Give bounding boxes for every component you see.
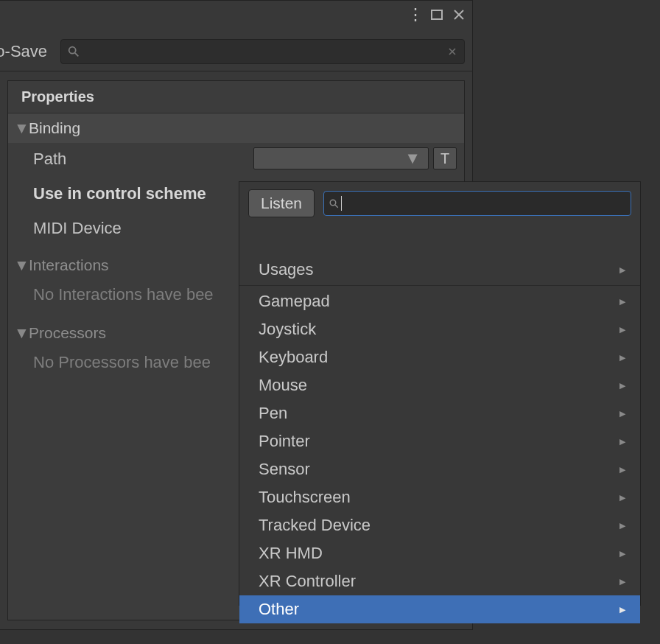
menu-item-label: Tracked Device [259,516,619,535]
window-controls: ⋮ [407,5,466,24]
path-field-row: Path ▼ T [8,143,464,175]
menu-item-label: Pen [259,404,619,423]
chevron-right-icon: ▶ [619,605,625,615]
menu-item-keyboard[interactable]: Keyboard▶ [239,343,640,371]
path-label: Path [33,150,239,169]
search-icon [67,45,80,58]
toolbar-search[interactable] [60,39,465,64]
chevron-right-icon: ▶ [619,409,625,419]
maximize-icon[interactable] [429,7,444,22]
chevron-right-icon: ▶ [619,325,625,335]
menu-item-usages[interactable]: Usages ▶ [239,256,640,284]
menu-item-touchscreen[interactable]: Touchscreen▶ [239,483,640,511]
chevron-right-icon: ▶ [619,437,625,447]
chevron-right-icon: ▶ [619,297,625,307]
chevron-right-icon: ▶ [619,577,625,587]
svg-rect-0 [432,10,442,19]
chevron-right-icon: ▶ [619,521,625,531]
path-picker-popup: Listen Usages ▶ Gamepad▶ Joystick▶ Keybo… [239,181,641,606]
path-text-toggle-button[interactable]: T [433,147,457,169]
menu-separator [239,285,640,286]
use-in-scheme-label: Use in control scheme [33,184,239,203]
popup-toolbar: Listen [239,182,640,225]
chevron-down-icon: ▼ [14,324,27,342]
menu-item-label: XR Controller [259,572,619,591]
autosave-label: uto-Save [0,42,47,61]
chevron-down-icon: ▼ [14,256,27,274]
kebab-icon[interactable]: ⋮ [407,5,422,24]
menu-item-label: Other [259,600,619,619]
toolbar: uto-Save [0,32,472,71]
menu-item-label: Pointer [259,432,619,451]
search-icon [329,198,340,209]
chevron-down-icon: ▼ [14,119,27,137]
processors-title: Processors [29,324,106,342]
chevron-right-icon: ▶ [619,265,625,275]
menu-item-label: Usages [259,260,619,279]
menu-item-label: Touchscreen [259,488,619,507]
menu-item-xr-hmd[interactable]: XR HMD▶ [239,539,640,567]
chevron-right-icon: ▶ [619,465,625,475]
listen-button[interactable]: Listen [248,189,315,217]
close-icon[interactable] [452,7,466,22]
menu-item-other[interactable]: Other ▶ [239,595,640,623]
menu-item-label: XR HMD [259,544,619,563]
menu-item-label: Joystick [259,320,619,339]
menu-item-label: Sensor [259,460,619,479]
menu-item-gamepad[interactable]: Gamepad▶ [239,287,640,315]
interactions-title: Interactions [29,256,109,274]
chevron-right-icon: ▶ [619,381,625,391]
binding-foldout[interactable]: ▼ Binding [8,113,464,143]
menu-item-xr-controller[interactable]: XR Controller▶ [239,567,640,595]
menu-item-label: Gamepad [259,292,619,311]
clear-search-icon[interactable] [446,46,458,57]
menu-item-sensor[interactable]: Sensor▶ [239,455,640,483]
chevron-down-icon: ▼ [404,149,421,168]
chevron-right-icon: ▶ [619,493,625,503]
binding-title: Binding [29,119,80,137]
svg-line-8 [335,205,338,208]
menu-item-mouse[interactable]: Mouse▶ [239,371,640,399]
svg-line-4 [75,52,79,56]
text-caret [341,196,342,211]
midi-device-label: MIDI Device [33,219,239,238]
chevron-right-icon: ▶ [619,353,625,363]
menu-item-pen[interactable]: Pen▶ [239,399,640,427]
menu-item-tracked-device[interactable]: Tracked Device▶ [239,511,640,539]
menu-item-joystick[interactable]: Joystick▶ [239,315,640,343]
svg-point-3 [69,46,76,53]
popup-search[interactable] [323,191,631,216]
chevron-right-icon: ▶ [619,549,625,559]
menu-item-label: Keyboard [259,348,619,367]
svg-point-7 [330,200,336,206]
path-dropdown[interactable]: ▼ [253,147,429,169]
menu-item-pointer[interactable]: Pointer▶ [239,427,640,455]
menu-item-label: Mouse [259,376,619,395]
properties-header: Properties [8,81,464,113]
